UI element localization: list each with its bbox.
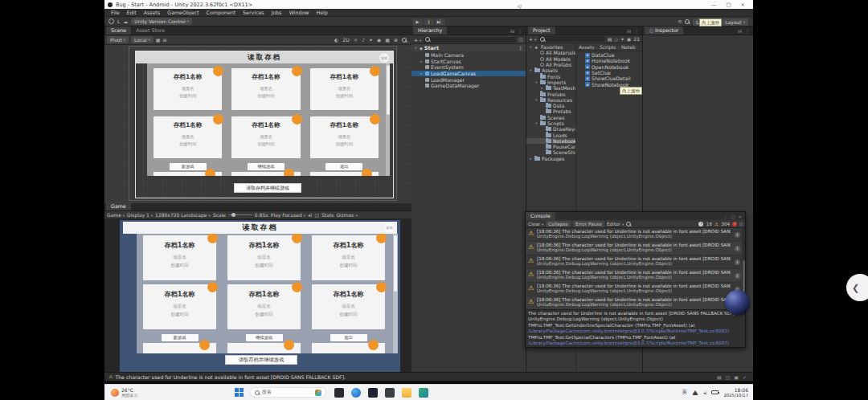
- taskbar-app-explorer[interactable]: [402, 388, 411, 398]
- save-slot-partial[interactable]: 退出: [312, 334, 385, 353]
- check-icon[interactable]: ✓: [743, 374, 747, 380]
- project-tree-item[interactable]: DrawKeys: [526, 126, 575, 132]
- load-and-continue-button[interactable]: 读取存档并继续游戏: [225, 355, 297, 365]
- console-search-icon[interactable]: [626, 222, 631, 227]
- tab-hierarchy[interactable]: Hierarchy: [413, 27, 447, 35]
- maximize-button[interactable]: ▢: [726, 2, 731, 8]
- hierarchy-item[interactable]: ▸ StartCanvas: [411, 59, 526, 65]
- slot-action-button[interactable]: 退出: [330, 334, 367, 341]
- slot-action-button[interactable]: 继续游戏: [248, 163, 285, 170]
- log-count-icon[interactable]: !: [698, 222, 703, 227]
- error-count-icon[interactable]: !: [732, 222, 737, 227]
- slot-action-button[interactable]: 退出: [326, 163, 362, 170]
- delete-save-button[interactable]: [207, 282, 218, 292]
- hierarchy-item[interactable]: EventSystem: [411, 64, 526, 71]
- project-tree-item[interactable]: ▸ Packages: [526, 156, 575, 161]
- project-tree-item[interactable]: ▾ Imports: [526, 80, 575, 85]
- save-slot-card[interactable]: 存档1名称 场景名 创建时间: [312, 284, 385, 329]
- menu-item[interactable]: Jobs: [268, 9, 285, 17]
- overlay-back-button[interactable]: ❮: [846, 274, 868, 301]
- editor-dropdown[interactable]: Editor ▾: [607, 222, 624, 227]
- cloud-icon[interactable]: ☁: [123, 19, 128, 24]
- taskbar-app-green[interactable]: [419, 388, 428, 398]
- delete-save-button[interactable]: [292, 234, 302, 243]
- menu-item[interactable]: Assets: [141, 9, 164, 17]
- delete-save-button[interactable]: [362, 169, 372, 176]
- save-slot-partial[interactable]: 继续游戏: [227, 334, 301, 353]
- project-tree-item[interactable]: ▾ ★ Favorites: [526, 44, 575, 50]
- project-tree-item[interactable]: ▾ Scripts: [526, 120, 575, 126]
- error-pause-toggle[interactable]: Error Pause: [573, 221, 604, 227]
- console-maximize-icon[interactable]: ▢: [731, 214, 735, 219]
- console-entry[interactable]: ⚠ [18:06:36] The character used for Unde…: [526, 296, 742, 310]
- menu-item[interactable]: Component: [203, 9, 240, 17]
- start-button[interactable]: [235, 388, 244, 397]
- delete-save-button[interactable]: [284, 169, 294, 176]
- back-button[interactable]: 返回: [379, 53, 389, 63]
- hierarchy-item[interactable]: ▸ LoadGameCanvas: [411, 71, 526, 77]
- delete-save-button[interactable]: [376, 282, 387, 292]
- taskbar-search[interactable]: 搜索: [250, 387, 326, 398]
- console-menu-icon[interactable]: ⋮: [723, 214, 728, 219]
- save-slot-card[interactable]: 存档1名称 场景名 创建时间: [154, 68, 222, 110]
- effects-dropdown-icon[interactable]: ✦: [369, 38, 373, 43]
- console-entry[interactable]: ⚠ [18:06:36] The character used for Unde…: [526, 255, 742, 269]
- console-entry[interactable]: ⚠ [18:06:36] The character used for Unde…: [526, 242, 742, 255]
- menu-item[interactable]: Edit: [124, 9, 140, 17]
- slot-action-button[interactable]: 继续游戏: [246, 334, 283, 341]
- mute-audio-icon[interactable]: ◂): [308, 213, 312, 218]
- delete-save-button[interactable]: [199, 340, 210, 350]
- 2d-mode-button[interactable]: 2D: [342, 37, 349, 43]
- project-tree-item[interactable]: Fonts: [526, 73, 575, 79]
- project-tree-item[interactable]: Loads: [526, 132, 575, 137]
- progress-icon[interactable]: ▤: [717, 374, 722, 380]
- project-tree-item[interactable]: All Prefabs: [526, 62, 575, 67]
- save-slot-card[interactable]: 存档1名称 场景名 创建时间: [227, 235, 301, 280]
- save-slot-card[interactable]: 存档1名称 场景名 创建时间: [231, 68, 300, 110]
- lock-icon[interactable]: ⊟: [738, 28, 742, 34]
- delete-save-button[interactable]: [292, 66, 302, 76]
- save-slots-scroll-area[interactable]: 存档1名称 场景名 创建时间 存档1名称 场景名 创建时间: [137, 234, 398, 353]
- console-entry[interactable]: ⚠ [18:06:36] The character used for Unde…: [526, 269, 742, 283]
- delete-save-button[interactable]: [205, 169, 215, 176]
- close-button[interactable]: ×: [741, 2, 745, 8]
- slot-action-button[interactable]: 新游戏: [162, 334, 199, 341]
- save-slot-partial[interactable]: 退出: [310, 163, 379, 176]
- grid-visibility-icon[interactable]: ▦: [385, 38, 390, 43]
- taskbar-app-dark2[interactable]: [385, 388, 395, 398]
- search-by-label-icon[interactable]: ◇: [614, 37, 618, 42]
- save-slot-partial[interactable]: 继续游戏: [231, 163, 300, 176]
- delete-save-button[interactable]: [370, 66, 380, 76]
- delete-save-button[interactable]: [213, 114, 223, 124]
- account-label[interactable]: L: [117, 18, 120, 24]
- taskbar-app-dark1[interactable]: [368, 388, 378, 398]
- save-slot-partial[interactable]: 新游戏: [143, 334, 216, 353]
- pivot-dropdown[interactable]: Pivot▾: [107, 36, 129, 43]
- wifi-icon[interactable]: [692, 390, 698, 395]
- scene-header-row[interactable]: ▾ ◆ Start ⋮: [411, 44, 526, 51]
- save-slot-card[interactable]: 存档1名称 场景名 创建时间: [143, 284, 216, 329]
- tab-project[interactable]: Project: [528, 27, 555, 35]
- hierarchy-item[interactable]: GameDataManager: [411, 83, 526, 89]
- project-tree-item[interactable]: PauseCanva: [526, 144, 575, 149]
- delete-save-button[interactable]: [213, 66, 223, 76]
- project-tree-item[interactable]: Prefabs: [526, 108, 575, 114]
- delete-save-button[interactable]: [284, 340, 294, 350]
- save-slot-card[interactable]: 存档1名称 场景名 创建时间: [312, 235, 385, 280]
- account-icon[interactable]: [108, 18, 114, 24]
- tab-inspector[interactable]: ⓘInspector: [645, 27, 683, 35]
- project-tree-item[interactable]: Scenes: [526, 115, 575, 120]
- tab-console[interactable]: Console: [526, 212, 555, 220]
- refresh-icon[interactable]: ◫: [726, 374, 731, 380]
- create-button[interactable]: + ▾: [529, 36, 536, 42]
- pause-button[interactable]: ∥: [424, 18, 434, 26]
- save-slot-card[interactable]: 存档1名称 场景名 创建时间: [227, 284, 301, 329]
- project-tree-item[interactable]: ▸ TextMesh Pr: [526, 85, 575, 91]
- console-close-icon[interactable]: ×: [738, 214, 742, 219]
- delete-save-button[interactable]: [292, 114, 302, 124]
- grid-snap-icon[interactable]: ▦: [156, 38, 161, 43]
- breadcrumb-assets[interactable]: Assets: [579, 44, 595, 50]
- project-file[interactable]: # DataClue: [583, 52, 642, 58]
- status-message[interactable]: The character used for Underline is not …: [115, 374, 346, 380]
- vsync-icon[interactable]: ◫: [314, 213, 319, 218]
